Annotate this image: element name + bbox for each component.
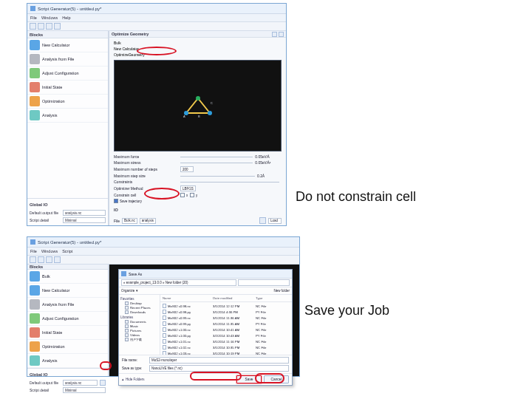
output-file-field[interactable]: analysis.nc (63, 380, 98, 386)
block-initial-state[interactable]: Initial State (27, 81, 108, 95)
svg-text:A: A (183, 115, 185, 117)
breadcrumb[interactable]: « example_project_13.0.0 » New folder (2… (121, 279, 236, 286)
file-row[interactable]: MoS02 s1.01.nc3/1/2014 11:16 PMNC File (160, 338, 292, 344)
optimizer-value[interactable]: LBFGS (180, 185, 196, 191)
save-trajectory[interactable]: Save trajectory (114, 199, 142, 203)
menu-windows[interactable]: Windows (41, 249, 58, 253)
tool-icon[interactable] (46, 256, 52, 263)
max-force-value[interactable]: 0.05 (255, 154, 262, 159)
file-row[interactable]: MoS02 s0.99.py3/1/2014 11:35 AMPY File (160, 321, 292, 327)
hide-folders-toggle[interactable]: ▴ Hide Folders (122, 378, 145, 381)
folder-icon[interactable] (259, 217, 266, 224)
lib-userdl[interactable]: 用户下载 (120, 338, 158, 341)
organize-button[interactable]: Organize ▾ (121, 289, 138, 293)
config-icon (30, 68, 40, 78)
max-steps-label: Maximum number of steps (114, 167, 180, 171)
file-row[interactable]: MoS02 s0.98.py3/1/2014 4:36 PMPY File (160, 309, 292, 315)
block-bulk[interactable]: Bulk (27, 270, 108, 284)
tool-icon[interactable] (30, 256, 36, 263)
close-icon[interactable] (279, 32, 284, 37)
new-folder-button[interactable]: New folder (273, 289, 290, 293)
file-icon (163, 333, 166, 338)
3d-viewport[interactable]: A B C (114, 60, 282, 151)
block-adjust-config[interactable]: Adjust Configuration (27, 66, 108, 81)
minimize-icon[interactable] (272, 32, 277, 37)
io-file-value[interactable]: Bulk.nc (122, 218, 137, 224)
max-steps-value[interactable]: 200 (180, 166, 194, 172)
fav-recent[interactable]: Recent Places (120, 306, 158, 310)
max-step-size-unit: Å (262, 174, 282, 178)
menu-script[interactable]: Script (62, 249, 72, 253)
file-row[interactable]: MoS02 s1.02.nc3/1/2014 10:35 PMNC File (160, 344, 292, 350)
svg-line-0 (186, 98, 198, 113)
block-adjust-config[interactable]: Adjust Configuration (27, 312, 108, 326)
blocks-panel: Blocks Bulk New Calculator Analysis from… (27, 265, 109, 376)
lib-pictures[interactable]: Pictures (120, 329, 158, 332)
constrain-x[interactable]: x (180, 193, 188, 197)
menu-windows[interactable]: Windows (41, 16, 58, 20)
block-optimization[interactable]: Optimization (27, 340, 108, 354)
block-new-calculator[interactable]: New Calculator (27, 38, 108, 52)
max-step-size-value[interactable]: 0.2 (257, 174, 262, 178)
menu-help[interactable]: Help (62, 16, 70, 20)
block-new-calculator[interactable]: New Calculator (27, 284, 108, 298)
io-analysis[interactable]: analysis (140, 218, 156, 224)
tool-icon[interactable] (38, 23, 44, 30)
script-detail-field[interactable]: Minimal (63, 217, 106, 223)
folder-icon (125, 310, 129, 314)
block-analysis[interactable]: Analysis (27, 354, 108, 368)
lib-videos[interactable]: Videos (120, 333, 158, 337)
tool-icon[interactable] (46, 23, 52, 30)
app-icon (30, 6, 35, 11)
saveastype-label: Save as type: (122, 366, 147, 370)
max-step-size-label: Maximum step size (114, 174, 180, 178)
fav-downloads[interactable]: Downloads (120, 310, 158, 314)
optimize-form: Maximum force0.05eV/Å Maximum stress0.05… (109, 153, 286, 225)
constrain-y[interactable]: y (190, 193, 197, 197)
tree-bulk[interactable]: Bulk (114, 41, 145, 45)
file-row[interactable]: MoS02 s0.98.nc3/1/2014 12:12 PMNC File (160, 303, 292, 309)
load-button[interactable]: Load (268, 218, 282, 224)
col-name[interactable]: Name (163, 296, 213, 300)
file-row[interactable]: MoS02 s1.00.py3/2/2014 10:43 AMPY File (160, 332, 292, 338)
block-analysis-from-file[interactable]: Analysis from File (27, 52, 108, 66)
state-icon (30, 327, 40, 338)
tool-icon[interactable] (54, 23, 61, 30)
fav-desktop[interactable]: Desktop (120, 301, 158, 305)
sender-button[interactable] (100, 380, 106, 386)
tool-icon[interactable] (38, 256, 44, 263)
window-titlebar: Script Generator(5) - untitled.py* (27, 237, 299, 248)
folder-icon (125, 306, 129, 310)
col-type[interactable]: Type (256, 296, 290, 300)
optimize-geometry-panel: Optimize Geometry Bulk New Calculator Op… (109, 31, 286, 225)
block-analysis[interactable]: Analysis (27, 109, 108, 123)
lib-music[interactable]: Music (120, 324, 158, 328)
file-icon (163, 327, 166, 332)
tool-icon[interactable] (54, 256, 61, 263)
menu-file[interactable]: File (30, 16, 37, 20)
search-input[interactable] (238, 279, 290, 286)
blocks-header: Blocks (27, 265, 108, 270)
file-list: Name Date modified Type MoS02 s0.98.nc3/… (160, 295, 292, 355)
blocks-header: Blocks (27, 31, 108, 38)
col-date[interactable]: Date modified (213, 296, 256, 300)
script-detail-field[interactable]: Minimal (63, 387, 106, 393)
menu-bar: File Windows Help (27, 14, 286, 22)
max-stress-value[interactable]: 0.05 (255, 160, 262, 165)
filename-input[interactable]: MoS2-monolayer (149, 357, 289, 364)
tool-icon[interactable] (30, 23, 36, 30)
global-io-header: Global IO (30, 201, 106, 208)
block-optimization[interactable]: Optimization (27, 95, 108, 109)
folder-icon (125, 301, 129, 305)
lib-documents[interactable]: Documents (120, 320, 158, 324)
block-analysis-from-file[interactable]: Analysis from File (27, 298, 108, 312)
block-initial-state[interactable]: Initial State (27, 326, 108, 340)
saveastype-input[interactable]: NanoLIVE files (*.nc) (149, 365, 289, 372)
file-row[interactable]: MoS02 s0.99.nc3/1/2014 11:36 AMNC File (160, 315, 292, 321)
checkbox-icon (180, 193, 185, 197)
file-row[interactable]: MoS02 s1.00.nc3/1/2014 10:41 AMNC File (160, 327, 292, 332)
calc-icon (30, 285, 40, 296)
menu-file[interactable]: File (30, 249, 37, 253)
save-titlebar: Save As (119, 270, 292, 279)
output-file-field[interactable]: analysis.nc (63, 210, 106, 216)
